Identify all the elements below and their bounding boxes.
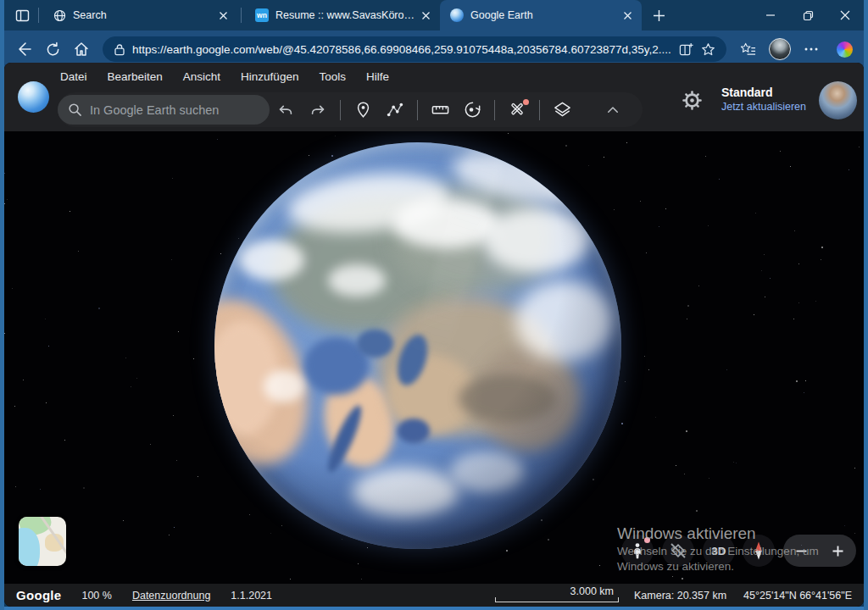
placemark-pin-icon bbox=[354, 101, 372, 119]
url-text[interactable]: https://earth.google.com/web/@45.4207858… bbox=[132, 43, 675, 56]
browser-profile-avatar[interactable] bbox=[769, 38, 791, 60]
window-minimize-button[interactable] bbox=[752, 2, 789, 29]
account-avatar[interactable] bbox=[819, 81, 857, 119]
search-input[interactable] bbox=[90, 103, 259, 117]
data-attribution-link[interactable]: Datenzuordnung bbox=[132, 590, 210, 602]
historical-imagery-button[interactable] bbox=[458, 96, 487, 125]
favorite-star-button[interactable] bbox=[697, 38, 719, 60]
tab-actions-menu-button[interactable] bbox=[9, 4, 35, 26]
menu-ansicht[interactable]: Ansicht bbox=[182, 68, 221, 86]
star bbox=[309, 155, 309, 156]
menu-hinzufuegen[interactable]: Hinzufügen bbox=[240, 68, 299, 86]
browser-tab-resume[interactable]: wn Resume :: www.SavasKöroglu.com bbox=[245, 0, 440, 30]
browser-tab-google-earth[interactable]: Google Earth bbox=[440, 0, 642, 30]
upgrade-link[interactable]: Jetzt aktualisieren bbox=[721, 101, 806, 114]
scale-label: 3.000 km bbox=[570, 585, 614, 597]
copilot-button[interactable] bbox=[833, 36, 855, 62]
star bbox=[859, 147, 860, 147]
undo-button[interactable] bbox=[271, 96, 300, 125]
earth-search-box[interactable] bbox=[58, 95, 270, 125]
star bbox=[70, 211, 70, 212]
tab-title: Resume :: www.SavasKöroglu.com bbox=[275, 9, 418, 21]
compass-needle-icon bbox=[748, 541, 769, 561]
tab-close-icon[interactable] bbox=[620, 8, 635, 23]
star bbox=[655, 417, 656, 418]
draw-path-button[interactable] bbox=[381, 96, 409, 125]
star bbox=[854, 468, 855, 469]
star bbox=[646, 252, 647, 253]
star bbox=[719, 179, 720, 180]
collapse-toolbar-button[interactable] bbox=[598, 96, 627, 125]
street-view-pegman-button[interactable] bbox=[621, 535, 654, 567]
star bbox=[793, 319, 794, 319]
browser-tab-search[interactable]: Search bbox=[42, 0, 237, 30]
address-bar[interactable]: https://earth.google.com/web/@45.4207858… bbox=[103, 36, 726, 62]
star bbox=[733, 462, 734, 463]
google-earth-logo[interactable] bbox=[18, 81, 49, 113]
star bbox=[804, 392, 804, 393]
toolbar-separator bbox=[417, 100, 418, 120]
space-viewport[interactable]: 3D Windows aktivieren Wechseln Sie zu de… bbox=[4, 131, 864, 584]
redo-button[interactable] bbox=[303, 96, 332, 125]
window-restore-button[interactable] bbox=[789, 2, 826, 29]
add-placemark-button[interactable] bbox=[348, 96, 377, 125]
star bbox=[588, 165, 589, 166]
toolbar-separator bbox=[494, 100, 495, 120]
layers-icon bbox=[553, 100, 572, 119]
wn-favicon-icon: wn bbox=[255, 8, 269, 22]
star bbox=[765, 297, 765, 297]
star bbox=[626, 142, 627, 143]
google-earth-favicon-icon bbox=[450, 8, 464, 22]
globe-favicon-icon bbox=[53, 8, 66, 22]
earth-statusbar: Google 100 % Datenzuordnung 1.1.2021 3.0… bbox=[4, 584, 864, 607]
window-close-button[interactable] bbox=[826, 2, 864, 29]
split-screen-button[interactable] bbox=[675, 38, 697, 60]
star bbox=[541, 519, 542, 521]
star bbox=[173, 415, 174, 416]
minimap-overview[interactable] bbox=[19, 517, 66, 566]
star bbox=[178, 331, 179, 332]
star bbox=[281, 525, 282, 526]
tilt-disabled-button[interactable] bbox=[662, 535, 694, 567]
menu-datei[interactable]: Datei bbox=[59, 68, 88, 86]
plus-icon bbox=[832, 545, 844, 557]
menu-hilfe[interactable]: Hilfe bbox=[365, 68, 390, 86]
navbar-right-cluster bbox=[735, 36, 857, 62]
menu-tools[interactable]: Tools bbox=[318, 68, 347, 86]
tab-close-icon[interactable] bbox=[418, 8, 433, 23]
earth-globe[interactable] bbox=[214, 142, 621, 549]
star bbox=[249, 514, 250, 515]
zoom-in-button[interactable] bbox=[820, 535, 856, 567]
tab-actions-icon bbox=[15, 8, 30, 23]
star bbox=[150, 444, 151, 445]
compass-button[interactable] bbox=[743, 535, 775, 567]
browser-menu-button[interactable] bbox=[801, 36, 821, 62]
cursor-coordinates: 45°25'14"N 66°41'56"E bbox=[743, 590, 852, 602]
3d-label: 3D bbox=[711, 545, 726, 557]
tab-close-icon[interactable] bbox=[215, 8, 231, 23]
layers-button[interactable] bbox=[548, 96, 576, 125]
history-clock-icon bbox=[463, 100, 482, 119]
terminator-shadow bbox=[214, 142, 621, 549]
back-button[interactable] bbox=[11, 36, 36, 62]
star bbox=[193, 358, 194, 359]
undo-icon bbox=[276, 101, 295, 119]
menu-bearbeiten[interactable]: Bearbeiten bbox=[107, 68, 164, 86]
star bbox=[565, 145, 567, 147]
favorites-list-button[interactable] bbox=[737, 36, 759, 62]
refresh-button[interactable] bbox=[40, 36, 65, 62]
star bbox=[696, 510, 698, 512]
measure-button[interactable] bbox=[426, 96, 454, 125]
creation-tools-button[interactable] bbox=[503, 96, 531, 125]
zoom-percentage: 100 % bbox=[81, 590, 111, 602]
star bbox=[48, 346, 49, 347]
star bbox=[686, 430, 687, 432]
star bbox=[755, 213, 756, 214]
new-tab-button[interactable] bbox=[647, 3, 670, 27]
3d-mode-button[interactable]: 3D bbox=[703, 535, 735, 567]
web-content: Datei Bearbeiten Ansicht Hinzufügen Tool… bbox=[4, 63, 864, 607]
zoom-out-button[interactable] bbox=[783, 535, 820, 567]
settings-button[interactable] bbox=[678, 86, 707, 114]
home-button[interactable] bbox=[69, 36, 94, 62]
star bbox=[23, 380, 24, 380]
